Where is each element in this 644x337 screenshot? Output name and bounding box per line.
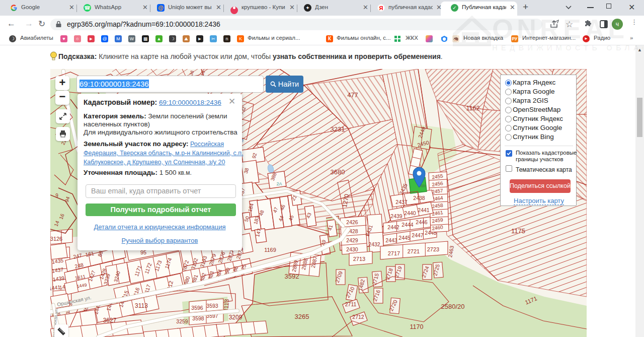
svg-text:2713: 2713 [353, 256, 365, 262]
svg-text:2441: 2441 [418, 207, 430, 213]
svg-text:2717: 2717 [388, 250, 400, 256]
svg-text:3231: 3231 [331, 125, 345, 133]
svg-text:2712: 2712 [352, 314, 364, 320]
svg-text:1162: 1162 [466, 105, 480, 112]
svg-text:2445: 2445 [398, 235, 411, 241]
svg-text:2444: 2444 [401, 222, 414, 228]
svg-text:2447: 2447 [412, 232, 424, 238]
svg-text:2446: 2446 [416, 219, 428, 225]
svg-text:2А: 2А [276, 181, 282, 186]
svg-text:2580/20: 2580/20 [441, 303, 465, 310]
svg-text:3265: 3265 [295, 313, 309, 320]
svg-text:1175: 1175 [511, 227, 525, 235]
svg-text:3113: 3113 [135, 302, 148, 309]
svg-text:1170: 1170 [410, 323, 424, 330]
svg-text:2723: 2723 [427, 246, 439, 252]
svg-text:2438: 2438 [413, 195, 425, 201]
svg-text:1169: 1169 [264, 247, 276, 253]
svg-text:2711: 2711 [345, 301, 357, 307]
svg-text:2442: 2442 [387, 224, 399, 230]
svg-text:3209: 3209 [229, 314, 243, 321]
svg-text:3126: 3126 [50, 236, 62, 242]
svg-text:3592: 3592 [285, 273, 299, 280]
svg-text:2430: 2430 [346, 246, 358, 252]
svg-text:2439: 2439 [390, 213, 403, 219]
svg-text:2437: 2437 [395, 199, 408, 205]
svg-text:2429: 2429 [346, 237, 358, 243]
svg-text:3680: 3680 [331, 168, 345, 176]
svg-text:3593: 3593 [206, 303, 218, 309]
svg-text:2440: 2440 [404, 210, 416, 216]
svg-text:3259: 3259 [176, 318, 188, 324]
svg-text:2443: 2443 [385, 237, 397, 243]
svg-text:2721: 2721 [408, 248, 420, 254]
svg-text:477: 477 [348, 92, 358, 99]
svg-text:2432: 2432 [368, 241, 380, 247]
svg-text:3596: 3596 [191, 305, 203, 311]
svg-text:2426: 2426 [346, 219, 358, 225]
